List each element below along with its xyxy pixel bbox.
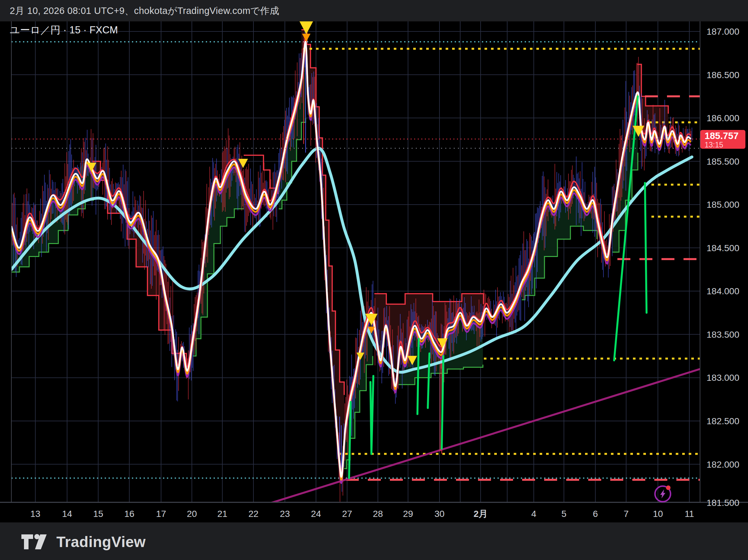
green-indicator-spike [417, 339, 419, 414]
boost-button[interactable] [655, 486, 671, 502]
tradingview-logo-link[interactable]: TradingView [21, 533, 146, 551]
tradingview-brand-name: TradingView [56, 533, 146, 551]
header-bar: 2月 10, 2026 08:01 UTC+9、chokotaがTradingV… [0, 0, 748, 21]
price-chart-canvas[interactable]: 187.000186.500186.000185.500185.000184.5… [0, 0, 748, 560]
time-axis[interactable] [11, 502, 700, 522]
tradingview-chart-snapshot: 2月 10, 2026 08:01 UTC+9、chokotaがTradingV… [0, 0, 748, 560]
price-axis[interactable] [700, 21, 748, 502]
tradingview-logo-icon [21, 534, 48, 550]
symbol-title: ユーロ／円 · 15 · FXCM [10, 23, 118, 37]
snapshot-caption: 2月 10, 2026 08:01 UTC+9、chokotaがTradingV… [0, 0, 748, 21]
notification-dot [666, 486, 671, 490]
current-price-value: 185.757 [705, 131, 745, 141]
current-price-badge: 185.757 13:15 [700, 130, 745, 149]
current-price-time: 13:15 [705, 141, 745, 148]
footer-bar: TradingView [0, 522, 748, 560]
